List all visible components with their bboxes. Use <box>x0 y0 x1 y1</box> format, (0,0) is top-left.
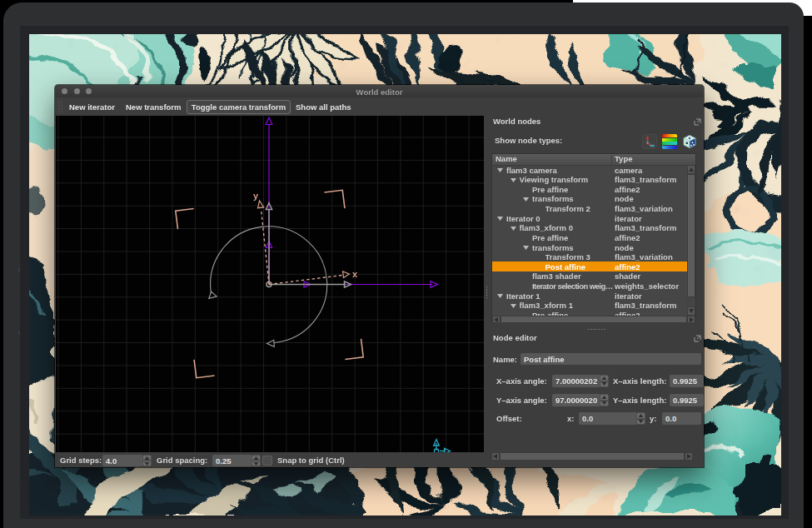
svg-text:x: x <box>352 269 358 279</box>
svg-text:y: y <box>253 191 259 201</box>
